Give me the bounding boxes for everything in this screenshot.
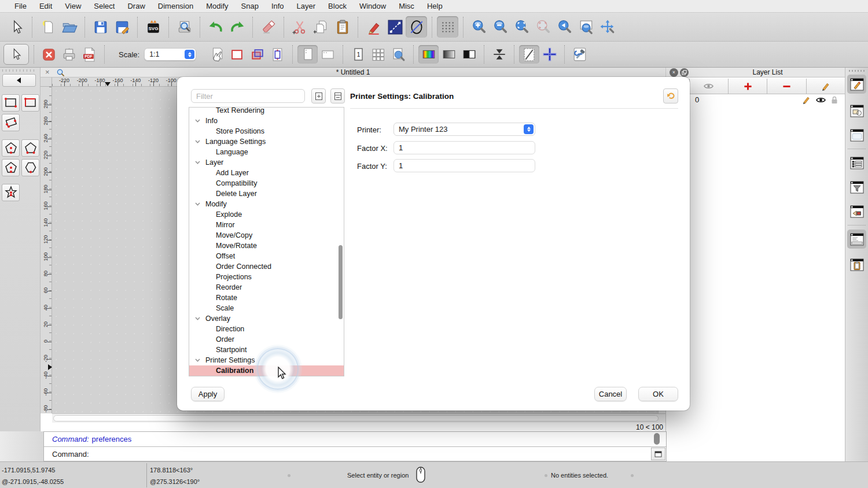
dock-entity-list-icon[interactable] — [847, 153, 866, 172]
tool-rectangle-corner[interactable] — [21, 94, 39, 112]
zoom-page-icon[interactable] — [388, 45, 409, 64]
tree-item-projections[interactable]: Projections — [189, 272, 344, 282]
single-page-icon[interactable]: 1 — [348, 45, 368, 64]
delete-entities-icon[interactable] — [258, 16, 279, 38]
command-input[interactable] — [91, 449, 666, 459]
menu-window[interactable]: Window — [353, 2, 392, 10]
layer-row[interactable]: 0 — [666, 94, 845, 105]
multi-pages-icon[interactable] — [368, 45, 388, 64]
cancel-button[interactable]: Cancel — [594, 387, 627, 401]
tree-scrollbar[interactable] — [339, 245, 343, 319]
remove-layer-button[interactable] — [767, 79, 806, 94]
menu-edit[interactable]: Edit — [33, 2, 58, 10]
line-tool-icon[interactable] — [384, 16, 406, 38]
open-file-icon[interactable] — [58, 16, 80, 38]
filter-input[interactable] — [191, 89, 305, 103]
collapse-all-button[interactable] — [330, 88, 345, 103]
tree-item-move-copy[interactable]: Move/Copy — [189, 230, 344, 241]
apply-button[interactable]: Apply — [191, 387, 225, 401]
save-as-icon[interactable] — [111, 16, 133, 38]
scale-select[interactable]: 1:1 — [144, 48, 196, 61]
draft-mode-icon[interactable] — [519, 45, 539, 64]
tree-item-order[interactable]: Order — [189, 334, 344, 345]
dock-library-browser-icon[interactable] — [847, 125, 866, 145]
menu-modify[interactable]: Modify — [200, 2, 234, 10]
expand-all-button[interactable] — [311, 88, 326, 103]
tool-polygon-side[interactable] — [21, 159, 39, 176]
dock-float-icon[interactable] — [680, 68, 689, 77]
tree-item-language-settings[interactable]: Language Settings — [189, 136, 344, 147]
tree-item-language[interactable]: Language — [189, 147, 344, 157]
cut-icon[interactable] — [289, 16, 310, 38]
command-options-button[interactable] — [651, 448, 665, 460]
menu-snap[interactable]: Snap — [235, 2, 265, 10]
printer-select[interactable]: My Printer 123 — [393, 123, 535, 136]
back-to-main-menu-button[interactable] — [2, 74, 36, 87]
zoom-out-icon[interactable] — [490, 16, 511, 38]
pen-icon[interactable] — [363, 16, 384, 38]
factor-y-input[interactable] — [393, 159, 535, 172]
crosshair-icon[interactable] — [539, 45, 560, 64]
dock-strip-drag-handle[interactable] — [849, 70, 865, 72]
ellipse-tool-icon[interactable] — [406, 16, 427, 38]
tree-item-mirror[interactable]: Mirror — [189, 220, 344, 230]
tree-item-text-rendering[interactable]: Text Rendering — [189, 107, 344, 116]
chevron-down-icon[interactable] — [195, 140, 202, 143]
print-icon[interactable] — [59, 45, 79, 64]
canvas-horizontal-scrollbar[interactable] — [52, 413, 665, 423]
layer-list-title[interactable]: Layer List — [690, 68, 845, 76]
page-landscape-icon[interactable] — [318, 45, 338, 64]
menu-layer[interactable]: Layer — [290, 2, 322, 10]
tree-item-overlay[interactable]: Overlay — [189, 313, 344, 324]
dock-clipboard-icon[interactable] — [847, 255, 866, 274]
tree-item-modify[interactable]: Modify — [189, 199, 344, 209]
zoom-window-icon[interactable] — [575, 16, 597, 38]
scrollbar-thumb[interactable] — [53, 415, 659, 422]
menu-view[interactable]: View — [58, 2, 87, 10]
menu-file[interactable]: File — [8, 2, 33, 10]
dock-layer-list-icon[interactable] — [847, 75, 866, 94]
toggle-layer-visibility-button[interactable] — [690, 79, 729, 94]
tree-item-reorder[interactable]: Reorder — [189, 282, 344, 293]
chevron-down-icon[interactable] — [195, 202, 202, 206]
tree-item-order-connected[interactable]: Order Connected — [189, 261, 344, 272]
grayscale-mode-icon[interactable] — [439, 45, 459, 64]
selection-pointer-button[interactable] — [3, 44, 29, 65]
tree-item-scale[interactable]: Scale — [189, 303, 344, 313]
menu-misc[interactable]: Misc — [392, 2, 421, 10]
demolish-page-icon[interactable] — [207, 45, 227, 64]
zoom-selection-icon[interactable] — [532, 16, 554, 38]
dock-command-line-icon[interactable] — [847, 230, 866, 249]
zoom-pan-icon[interactable] — [597, 16, 618, 38]
new-document-icon[interactable] — [37, 16, 58, 38]
layer-edit-pencil-icon[interactable] — [802, 95, 811, 104]
export-svg-icon[interactable]: SVG — [142, 16, 164, 38]
print-preview-icon[interactable] — [174, 16, 195, 38]
tree-item-offset[interactable]: Offset — [189, 251, 344, 261]
tool-rectangle-2corners[interactable] — [2, 94, 20, 112]
grid-toggle-icon[interactable] — [437, 16, 458, 38]
close-print-preview-icon[interactable] — [39, 45, 59, 64]
chevron-down-icon[interactable] — [195, 317, 202, 320]
redo-icon[interactable] — [226, 16, 248, 38]
undo-icon[interactable] — [205, 16, 226, 38]
tree-item-add-layer[interactable]: Add Layer — [189, 168, 344, 178]
tool-rectangle-3points[interactable] — [2, 114, 20, 131]
chevron-down-icon[interactable] — [195, 161, 202, 164]
dock-selection-filter-icon[interactable] — [847, 178, 866, 197]
tree-item-direction[interactable]: Direction — [189, 324, 344, 334]
color-mode-icon[interactable] — [418, 45, 439, 64]
tool-star[interactable] — [2, 184, 20, 201]
ok-button[interactable]: OK — [638, 387, 678, 401]
tool-polygon-center-point[interactable] — [2, 139, 20, 157]
fit-vertically-icon[interactable] — [489, 45, 509, 64]
command-history-scrollbar[interactable] — [654, 433, 660, 445]
tool-polygon-center-corner[interactable] — [2, 159, 20, 176]
fit-to-page-icon[interactable] — [267, 45, 288, 64]
zoom-auto-icon[interactable] — [511, 16, 532, 38]
layer-lock-icon[interactable] — [831, 96, 838, 104]
tree-item-move-rotate[interactable]: Move/Rotate — [189, 241, 344, 251]
drawing-tab-title[interactable]: * Untitled 1 — [41, 68, 665, 76]
select-pointer-icon[interactable] — [6, 16, 27, 38]
tree-item-delete-layer[interactable]: Delete Layer — [189, 188, 344, 199]
